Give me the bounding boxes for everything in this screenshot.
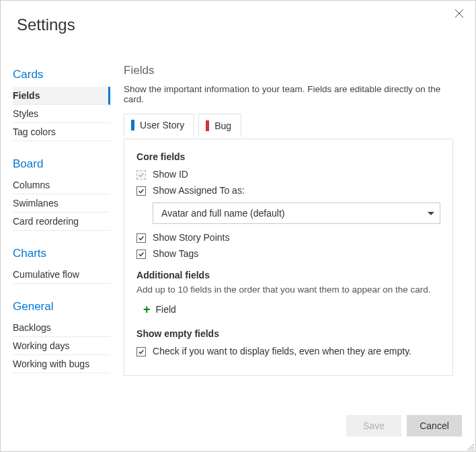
sidebar-header-cards: Cards — [13, 64, 110, 87]
page-title: Fields — [124, 64, 457, 77]
additional-fields-heading: Additional fields — [136, 270, 440, 280]
empty-fields-heading: Show empty fields — [136, 328, 440, 339]
checkbox-show-tags[interactable] — [136, 250, 146, 259]
checkbox-label: Show Tags — [153, 248, 198, 259]
sidebar-item-working-days[interactable]: Working days — [13, 337, 110, 355]
sidebar-item-backlogs[interactable]: Backlogs — [13, 319, 110, 337]
sidebar-item-label: Card reordering — [13, 216, 79, 227]
tab-label: User Story — [140, 120, 184, 130]
checkbox-show-empty-fields[interactable] — [136, 347, 146, 356]
check-icon — [138, 251, 145, 258]
select-value: Avatar and full name (default) — [161, 208, 284, 219]
work-item-color-icon — [131, 120, 134, 130]
close-icon — [454, 9, 464, 20]
sidebar-item-columns[interactable]: Columns — [13, 176, 110, 194]
sidebar: Cards Fields Styles Tag colors Board Col… — [13, 48, 110, 408]
close-button[interactable] — [452, 7, 466, 21]
work-item-color-icon — [206, 120, 209, 131]
sidebar-item-label: Columns — [13, 180, 50, 190]
sidebar-header-charts: Charts — [13, 243, 110, 266]
checkbox-show-assigned-to[interactable] — [136, 186, 146, 196]
sidebar-item-tag-colors[interactable]: Tag colors — [13, 123, 110, 141]
sidebar-item-label: Working days — [13, 340, 70, 351]
sidebar-item-card-reordering[interactable]: Card reordering — [13, 213, 110, 231]
checkbox-show-story-points[interactable] — [136, 233, 146, 243]
plus-icon: + — [143, 305, 151, 314]
sidebar-header-general: General — [13, 296, 110, 319]
sidebar-item-label: Tag colors — [13, 126, 56, 137]
dialog-title: Settings — [1, 1, 475, 48]
check-icon — [138, 188, 145, 194]
add-field-label: Field — [156, 304, 176, 315]
sidebar-item-swimlanes[interactable]: Swimlanes — [13, 194, 110, 213]
check-icon — [138, 235, 145, 241]
checkbox-show-id — [136, 170, 146, 180]
sidebar-item-label: Styles — [13, 108, 38, 119]
tab-user-story[interactable]: User Story — [124, 114, 194, 137]
chevron-down-icon — [428, 212, 434, 215]
core-fields-heading: Core fields — [136, 151, 440, 162]
check-icon — [138, 172, 145, 178]
assigned-to-select[interactable]: Avatar and full name (default) — [153, 202, 440, 224]
sidebar-item-cumulative-flow[interactable]: Cumulative flow — [13, 266, 110, 284]
svg-line-4 — [473, 449, 474, 451]
save-button[interactable]: Save — [346, 415, 401, 437]
sidebar-item-label: Cumulative flow — [13, 269, 79, 280]
resize-grip[interactable] — [466, 442, 474, 450]
checkbox-label: Show ID — [153, 169, 188, 180]
additional-fields-note: Add up to 10 fields in the order that yo… — [136, 285, 440, 295]
add-field-button[interactable]: + Field — [136, 300, 440, 315]
tab-label: Bug — [214, 120, 231, 131]
sidebar-item-styles[interactable]: Styles — [13, 105, 110, 123]
checkbox-label: Show Assigned To as: — [153, 185, 245, 196]
sidebar-item-label: Swimlanes — [13, 198, 58, 209]
tab-panel: Core fields Show ID Show Assigned To as:… — [124, 139, 453, 376]
sidebar-item-label: Backlogs — [13, 322, 51, 333]
sidebar-item-working-with-bugs[interactable]: Working with bugs — [13, 355, 110, 373]
checkbox-label: Check if you want to display fields, eve… — [153, 346, 411, 356]
sidebar-item-label: Fields — [13, 90, 40, 101]
cancel-button[interactable]: Cancel — [407, 415, 462, 437]
checkbox-label: Show Story Points — [153, 232, 229, 243]
sidebar-item-fields[interactable]: Fields — [13, 87, 110, 105]
sidebar-header-board: Board — [13, 153, 110, 176]
page-description: Show the important information to your t… — [124, 84, 457, 104]
sidebar-item-label: Working with bugs — [13, 359, 89, 369]
tab-bug[interactable]: Bug — [198, 114, 241, 137]
tabs: User Story Bug — [124, 114, 457, 137]
check-icon — [138, 348, 145, 355]
